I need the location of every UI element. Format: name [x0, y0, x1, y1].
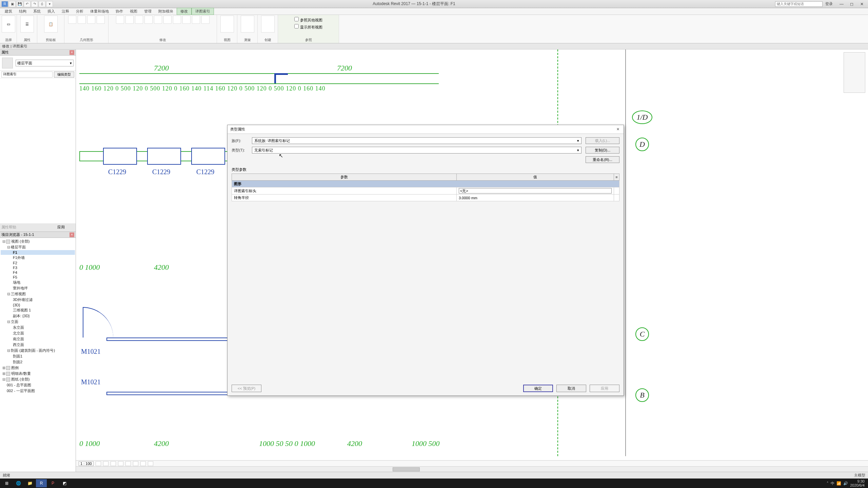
tree-item[interactable]: 场地: [1, 280, 75, 285]
tab-struct[interactable]: 结构: [16, 8, 30, 15]
array-tool[interactable]: [173, 16, 181, 24]
properties-help-link[interactable]: 属性帮助: [1, 225, 16, 230]
duplicate-button[interactable]: 复制(D)...: [586, 147, 619, 154]
tree-item[interactable]: 南立面: [1, 336, 75, 342]
tree-item[interactable]: 东立面: [1, 325, 75, 330]
tab-analyze[interactable]: 分析: [73, 8, 87, 15]
shadows-icon[interactable]: [118, 461, 123, 466]
sun-path-icon[interactable]: [111, 461, 116, 466]
scale-tool[interactable]: [182, 16, 191, 24]
show-all-views-checkbox[interactable]: 显示所有视图: [294, 24, 322, 30]
tree-item[interactable]: 副本: {3D}: [1, 313, 75, 319]
task-ppt-icon[interactable]: P: [47, 479, 58, 487]
create-tool[interactable]: [261, 16, 275, 33]
revit-logo[interactable]: R: [1, 1, 8, 7]
tab-addins[interactable]: 附加模块: [155, 8, 177, 15]
grid-bubble[interactable]: C: [635, 327, 649, 341]
crop-region-icon[interactable]: [133, 461, 138, 466]
param-value-cell[interactable]: 3.0000 mm: [456, 195, 614, 201]
task-revit-icon[interactable]: R: [36, 479, 47, 487]
ref-other-view-checkbox[interactable]: 参照其他视图: [294, 17, 322, 23]
view-tool[interactable]: [220, 16, 234, 33]
navigation-bar[interactable]: [844, 52, 865, 93]
move-tool[interactable]: [116, 16, 124, 24]
tree-item[interactable]: 3D外墙过滤: [1, 297, 75, 303]
minimize-button[interactable]: —: [837, 1, 846, 7]
callout-corner[interactable]: [274, 73, 288, 83]
family-combo[interactable]: 系统族: 详图索引标记▾: [252, 137, 581, 144]
edit-type-button[interactable]: 编辑类型: [54, 72, 74, 78]
cancel-button[interactable]: 取消: [556, 385, 586, 392]
tray-clock[interactable]: 9:30 2020/6/4: [850, 479, 867, 487]
visual-style-icon[interactable]: [103, 461, 108, 466]
tab-annotate[interactable]: 注释: [58, 8, 73, 15]
tray-ime-icon[interactable]: 中: [831, 481, 834, 486]
grid-bubble[interactable]: 1/D: [632, 110, 652, 124]
start-button[interactable]: ⊞: [1, 479, 12, 487]
tree-item[interactable]: ⊟剖面 (建筑剖面 - 面内符号): [1, 348, 75, 353]
workset-combo[interactable]: 主模型: [854, 473, 865, 478]
task-browser-icon[interactable]: 🌐: [13, 479, 24, 487]
tray-up-icon[interactable]: ˄: [827, 481, 829, 486]
close-button[interactable]: ✕: [857, 1, 867, 7]
cut-geom-tool[interactable]: [68, 16, 76, 24]
tree-item[interactable]: F1外墙: [1, 255, 75, 261]
tray-volume-icon[interactable]: 🔊: [843, 481, 848, 486]
task-app-icon[interactable]: ◩: [59, 479, 70, 487]
undo-icon[interactable]: ↶: [24, 1, 31, 7]
paste-tool[interactable]: 📋: [44, 16, 58, 33]
tree-item[interactable]: 西立面: [1, 342, 75, 348]
tab-arch[interactable]: 建筑: [1, 8, 16, 15]
geom-tool-4[interactable]: [97, 16, 105, 24]
tab-manage[interactable]: 管理: [141, 8, 155, 15]
tree-item[interactable]: F1: [1, 250, 75, 255]
tree-item[interactable]: 室外地坪: [1, 285, 75, 291]
param-value-input[interactable]: [459, 188, 612, 194]
browser-close-icon[interactable]: ×: [70, 232, 74, 237]
split-tool[interactable]: [163, 16, 172, 24]
detail-level-icon[interactable]: [96, 461, 101, 466]
measure-tool[interactable]: [241, 16, 254, 33]
help-search-input[interactable]: [775, 1, 823, 7]
instance-filter-combo[interactable]: 详图索引: [1, 72, 53, 78]
tree-item[interactable]: ⊟三维视图: [1, 291, 75, 297]
ok-button[interactable]: 确定: [523, 385, 553, 392]
mirror-tool[interactable]: [144, 16, 153, 24]
param-group[interactable]: 图形: [232, 181, 619, 187]
tree-item[interactable]: F4: [1, 270, 75, 275]
tree-item[interactable]: ⊟楼层平面: [1, 244, 75, 250]
tree-item[interactable]: 北立面: [1, 330, 75, 336]
param-row[interactable]: 详图索引标头: [232, 187, 619, 195]
properties-tool[interactable]: ☰: [20, 16, 34, 33]
grid-bubble[interactable]: B: [635, 388, 649, 402]
tree-item[interactable]: 002 - 一层平面图: [1, 388, 75, 394]
tree-item[interactable]: ⊞明细表/数量: [1, 371, 75, 377]
print-icon[interactable]: ⎙: [39, 1, 45, 7]
properties-apply-button[interactable]: 应用: [57, 225, 74, 230]
copy-tool[interactable]: [125, 16, 134, 24]
tree-item[interactable]: ⊟立面: [1, 319, 75, 325]
join-geom-tool[interactable]: [78, 16, 86, 24]
type-selector[interactable]: 楼层平面▾: [16, 60, 74, 66]
tree-item[interactable]: 剖面2: [1, 359, 75, 365]
dialog-close-button[interactable]: ✕: [615, 126, 621, 133]
tab-callout[interactable]: 详图索引: [192, 8, 214, 15]
crop-view-icon[interactable]: [125, 461, 131, 466]
view-scale[interactable]: 1 : 100: [79, 461, 94, 466]
tree-item[interactable]: 001 - 总平面图: [1, 382, 75, 388]
tab-modify[interactable]: 修改: [177, 8, 192, 15]
task-explorer-icon[interactable]: 📁: [24, 479, 35, 487]
tree-item[interactable]: 剖面1: [1, 353, 75, 359]
param-row[interactable]: 转角半径 3.0000 mm: [232, 195, 619, 201]
redo-icon[interactable]: ↷: [31, 1, 38, 7]
select-tool[interactable]: ▭: [2, 16, 15, 33]
tree-item[interactable]: ⊞图例: [1, 365, 75, 371]
horizontal-scrollbar[interactable]: [76, 466, 868, 472]
properties-close-icon[interactable]: ×: [70, 50, 74, 55]
tab-insert[interactable]: 插入: [44, 8, 58, 15]
grid-bubble[interactable]: D: [635, 138, 649, 151]
tab-massing[interactable]: 体量和场地: [87, 8, 112, 15]
trim-tool[interactable]: [154, 16, 162, 24]
project-browser[interactable]: ⊟视图 (全部)⊟楼层平面F1F1外墙F2F3F4F5场地室外地坪⊟三维视图3D…: [0, 238, 76, 472]
type-combo[interactable]: 无索引标记▾: [252, 147, 581, 154]
